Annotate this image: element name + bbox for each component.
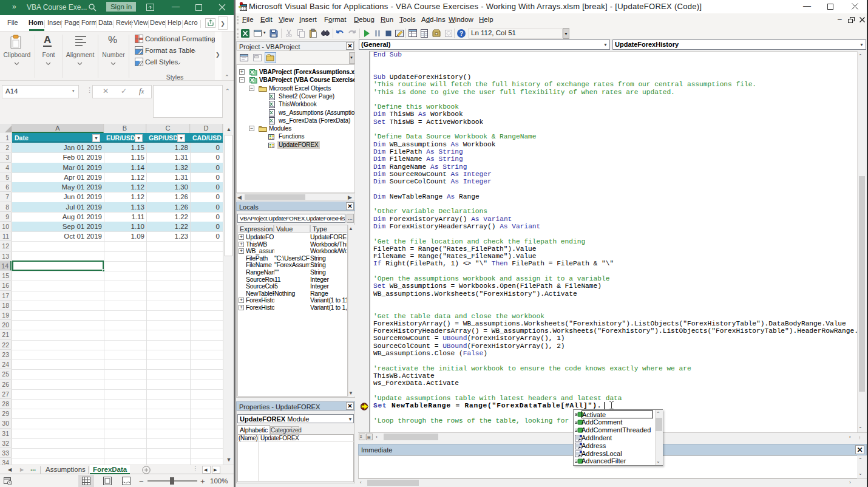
svg-text:?: ?: [459, 30, 463, 37]
